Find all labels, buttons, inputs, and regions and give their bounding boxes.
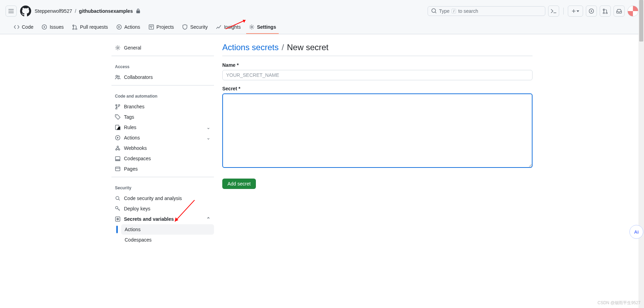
tab-code-label: Code <box>22 24 33 30</box>
content-panel: Actions secrets / New secret Name * Secr… <box>222 43 533 245</box>
codespaces-icon <box>115 156 120 161</box>
branch-icon <box>115 104 120 109</box>
ai-assistant-badge[interactable]: Ai <box>629 225 643 239</box>
tab-code[interactable]: Code <box>11 21 36 34</box>
svg-rect-20 <box>116 167 120 171</box>
repo-nav-tabs: Code Issues Pull requests Actions Projec… <box>6 21 638 34</box>
search-input[interactable]: Type / to search <box>428 6 545 16</box>
browser-icon <box>115 166 120 172</box>
pull-requests-header-button[interactable] <box>600 6 611 17</box>
sidebar-item-code-security[interactable]: Code security and analysis <box>111 193 214 203</box>
code-icon <box>14 24 19 30</box>
graph-icon <box>216 24 222 30</box>
app-header: Steppenwolf9527 / githubactionsexamples … <box>0 0 644 34</box>
owner-link[interactable]: Steppenwolf9527 <box>35 8 72 14</box>
sidebar-item-codespaces[interactable]: Codespaces <box>111 153 214 164</box>
header-separator <box>563 8 564 15</box>
tab-projects[interactable]: Projects <box>146 21 177 34</box>
breadcrumb: Steppenwolf9527 / githubactionsexamples <box>35 8 141 14</box>
sidebar-webhooks-label: Webhooks <box>124 145 147 151</box>
repo-link[interactable]: githubactionsexamples <box>79 8 133 14</box>
sidebar-collaborators-label: Collaborators <box>124 74 153 80</box>
tab-insights-label: Insights <box>224 24 241 30</box>
sidebar-item-pages[interactable]: Pages <box>111 164 214 174</box>
sidebar-pages-label: Pages <box>124 166 138 172</box>
sidebar-codespaces-label: Codespaces <box>124 156 151 161</box>
sidebar-item-actions[interactable]: Actions⌄ <box>111 133 214 143</box>
tab-pulls-label: Pull requests <box>80 24 108 30</box>
secret-name-input[interactable] <box>222 70 533 80</box>
svg-point-10 <box>116 75 118 77</box>
search-hotkey: / <box>451 9 456 13</box>
play-icon <box>115 135 120 141</box>
sidebar-item-branches[interactable]: Branches <box>111 101 214 112</box>
tab-actions[interactable]: Actions <box>114 21 143 34</box>
svg-point-1 <box>591 10 592 12</box>
pull-request-icon <box>72 24 78 30</box>
issues-header-button[interactable] <box>586 6 597 17</box>
browser-scrollbar[interactable] <box>638 0 644 253</box>
command-palette-button[interactable] <box>548 6 559 17</box>
sidebar-item-rules[interactable]: Rules⌄ <box>111 122 214 133</box>
search-prefix: Type <box>439 8 449 14</box>
breadcrumb-parent-link[interactable]: Actions secrets <box>222 43 279 52</box>
tab-settings[interactable]: Settings <box>246 21 279 34</box>
sidebar-code-security-label: Code security and analysis <box>124 196 182 201</box>
play-icon <box>116 24 122 30</box>
sidebar-item-deploy-keys[interactable]: Deploy keys <box>111 203 214 214</box>
create-new-button[interactable] <box>568 6 583 17</box>
sidebar-item-collaborators[interactable]: Collaborators <box>111 72 214 82</box>
hamburger-menu-button[interactable] <box>6 6 17 17</box>
secret-value-textarea[interactable] <box>222 93 533 168</box>
svg-point-6 <box>251 26 253 28</box>
sidebar-item-tags[interactable]: Tags <box>111 112 214 122</box>
tab-issues[interactable]: Issues <box>39 21 66 34</box>
tab-security[interactable]: Security <box>179 21 211 34</box>
chevron-down-icon: ⌄ <box>206 135 211 141</box>
webhook-icon <box>115 145 120 151</box>
tab-actions-label: Actions <box>124 24 140 30</box>
secret-label: Secret * <box>222 86 533 91</box>
chevron-up-icon: ⌃ <box>206 216 211 222</box>
title-separator: / <box>281 43 284 52</box>
inbox-button[interactable] <box>614 6 625 17</box>
page-title: Actions secrets / New secret <box>222 43 533 56</box>
sidebar-actions-label: Actions <box>124 135 140 141</box>
sidebar-item-general[interactable]: General <box>111 43 214 53</box>
svg-point-22 <box>116 207 118 209</box>
tab-security-label: Security <box>190 24 208 30</box>
search-icon <box>431 8 437 14</box>
hamburger-icon <box>8 8 14 14</box>
sidebar-secrets-label: Secrets and variables <box>124 216 174 222</box>
svg-marker-25 <box>175 217 178 221</box>
github-logo-icon[interactable] <box>20 6 31 17</box>
sidebar-group-code: Code and automation <box>111 88 214 101</box>
svg-point-12 <box>116 116 117 116</box>
sidebar-item-secrets[interactable]: Secrets and variables ⌃ <box>111 214 214 224</box>
name-field-block: Name * <box>222 62 533 80</box>
add-secret-button[interactable]: Add secret <box>222 179 256 189</box>
sidebar-secrets-submenu: Actions Codespaces <box>111 224 214 245</box>
sidebar-sub-actions[interactable]: Actions <box>121 224 214 235</box>
people-icon <box>115 74 120 80</box>
header-left: Steppenwolf9527 / githubactionsexamples <box>6 6 428 17</box>
tab-insights[interactable]: Insights <box>213 21 243 34</box>
sidebar-sub-codespaces[interactable]: Codespaces <box>121 235 214 245</box>
inbox-icon <box>616 8 622 14</box>
sidebar-item-webhooks[interactable]: Webhooks <box>111 143 214 153</box>
lock-icon <box>136 9 141 13</box>
svg-point-17 <box>117 146 118 147</box>
sidebar-rules-label: Rules <box>124 125 136 130</box>
issues-icon <box>42 24 47 30</box>
terminal-icon <box>551 8 556 14</box>
settings-sidebar: General Access Collaborators Code and au… <box>111 43 214 245</box>
tab-projects-label: Projects <box>156 24 174 30</box>
header-right: Type / to search <box>428 6 638 17</box>
tab-pull-requests[interactable]: Pull requests <box>69 21 111 34</box>
user-avatar[interactable] <box>627 6 638 17</box>
rules-icon <box>115 125 120 130</box>
project-icon <box>149 24 154 30</box>
svg-point-11 <box>118 76 119 77</box>
caret-down-icon <box>576 10 579 12</box>
gear-icon <box>249 24 254 30</box>
